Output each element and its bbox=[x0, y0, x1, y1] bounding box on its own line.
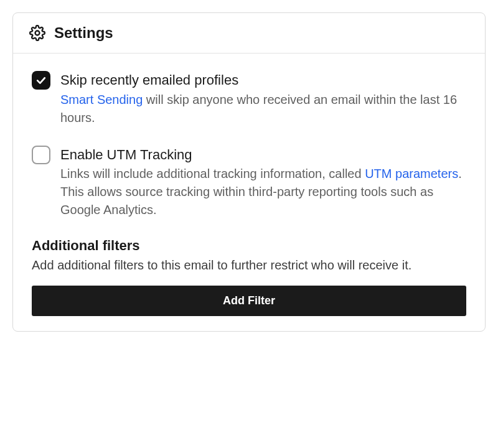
settings-card: Settings Skip recently emailed profiles … bbox=[12, 12, 486, 332]
card-header: Settings bbox=[13, 13, 485, 54]
additional-filters-description: Add additional filters to this email to … bbox=[32, 256, 466, 274]
option-desc-utm: Links will include additional tracking i… bbox=[60, 165, 466, 219]
smart-sending-link[interactable]: Smart Sending bbox=[60, 93, 143, 106]
option-title-utm: Enable UTM Tracking bbox=[60, 146, 466, 164]
option-title-skip: Skip recently emailed profiles bbox=[60, 71, 466, 90]
svg-point-0 bbox=[35, 31, 40, 35]
checkbox-skip-recently-emailed[interactable] bbox=[32, 71, 50, 90]
card-body: Skip recently emailed profiles Smart Sen… bbox=[13, 54, 485, 331]
checkbox-enable-utm-tracking[interactable] bbox=[32, 146, 50, 164]
option-desc-skip: Smart Sending will skip anyone who recei… bbox=[60, 91, 466, 127]
additional-filters-heading: Additional filters bbox=[32, 238, 466, 254]
add-filter-button[interactable]: Add Filter bbox=[32, 286, 466, 316]
settings-title: Settings bbox=[54, 24, 113, 42]
utm-parameters-link[interactable]: UTM parameters bbox=[365, 167, 458, 180]
option-content: Enable UTM Tracking Links will include a… bbox=[60, 146, 466, 220]
gear-icon bbox=[29, 25, 45, 41]
option-content: Skip recently emailed profiles Smart Sen… bbox=[60, 71, 466, 127]
option-enable-utm-tracking: Enable UTM Tracking Links will include a… bbox=[32, 146, 466, 220]
option-skip-recently-emailed: Skip recently emailed profiles Smart Sen… bbox=[32, 71, 466, 127]
option-desc-utm-lead: Links will include additional tracking i… bbox=[60, 167, 365, 180]
